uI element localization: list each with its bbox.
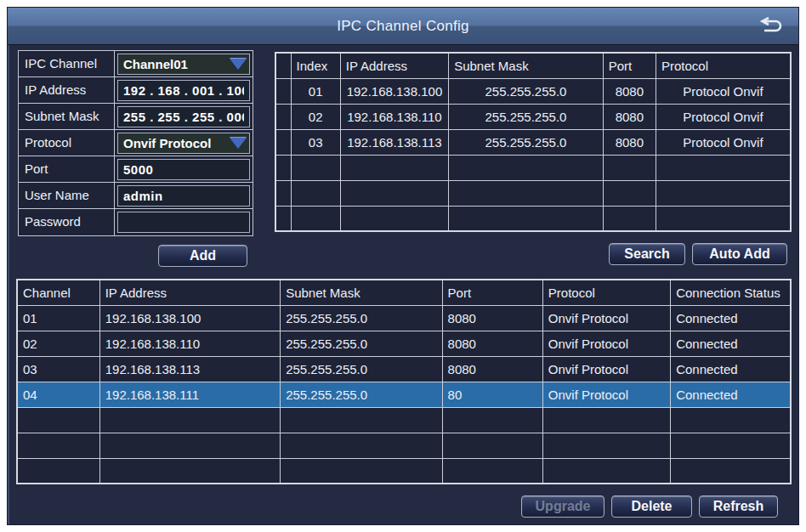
form-row-ip-address: IP Address bbox=[19, 77, 253, 104]
refresh-button[interactable]: Refresh bbox=[699, 495, 778, 518]
table-cell bbox=[99, 433, 280, 458]
table-cell: 192.168.138.100 bbox=[340, 78, 448, 104]
user-name-input[interactable] bbox=[117, 185, 250, 207]
subnet-mask-input[interactable] bbox=[117, 106, 250, 127]
add-channel-form: IPC Channel Channel01 IP Address Subnet … bbox=[18, 50, 253, 236]
column-header: Connection Status bbox=[671, 280, 791, 305]
chevron-down-icon bbox=[230, 138, 247, 149]
form-row-user-name: User Name bbox=[19, 183, 253, 209]
table-cell: Onvif Protocol bbox=[542, 356, 670, 382]
table-row[interactable]: 02192.168.138.110255.255.255.08080Protoc… bbox=[275, 104, 791, 129]
column-header: IP Address bbox=[340, 53, 448, 78]
table-cell bbox=[603, 206, 656, 231]
column-header: Protocol bbox=[656, 53, 791, 78]
add-button[interactable]: Add bbox=[158, 245, 247, 267]
table-row-empty[interactable] bbox=[275, 206, 791, 231]
table-cell: 192.168.138.113 bbox=[340, 129, 448, 155]
table-cell: 03 bbox=[291, 129, 340, 155]
table-cell: 192.168.138.113 bbox=[99, 356, 280, 382]
table-cell: Onvif Protocol bbox=[542, 331, 670, 356]
table-row-empty[interactable] bbox=[17, 458, 791, 484]
table-cell bbox=[340, 180, 448, 206]
table-cell bbox=[275, 104, 291, 129]
table-cell bbox=[449, 180, 604, 206]
table-row[interactable]: 03192.168.138.113255.255.255.08080Onvif … bbox=[17, 356, 791, 382]
table-cell: Connected bbox=[671, 382, 791, 407]
port-input[interactable] bbox=[117, 159, 250, 180]
column-header bbox=[275, 53, 291, 78]
table-cell bbox=[291, 180, 340, 206]
password-input[interactable] bbox=[117, 212, 250, 233]
table-cell bbox=[671, 458, 791, 484]
upgrade-button[interactable]: Upgrade bbox=[521, 495, 604, 518]
ip-address-input[interactable] bbox=[117, 80, 250, 101]
table-cell: 255.255.255.0 bbox=[281, 331, 442, 356]
table-cell bbox=[449, 155, 604, 180]
table-cell bbox=[603, 180, 656, 206]
table-cell bbox=[542, 433, 670, 458]
table-row[interactable]: 03192.168.138.113255.255.255.08080Protoc… bbox=[275, 129, 791, 155]
table-row[interactable]: 04192.168.138.111255.255.255.080Onvif Pr… bbox=[17, 382, 791, 407]
table-row-empty[interactable] bbox=[275, 180, 791, 206]
table-cell bbox=[275, 155, 291, 180]
table-row[interactable]: 01192.168.138.100255.255.255.08080Protoc… bbox=[275, 78, 791, 104]
ip-address-label: IP Address bbox=[19, 77, 115, 103]
table-row-empty[interactable] bbox=[275, 155, 791, 180]
table-cell: 255.255.255.0 bbox=[449, 104, 604, 129]
table-cell bbox=[340, 206, 448, 231]
protocol-label: Protocol bbox=[19, 130, 115, 156]
table-row[interactable]: 01192.168.138.100255.255.255.08080Onvif … bbox=[17, 305, 791, 331]
table-cell: 04 bbox=[17, 382, 99, 407]
column-header: Subnet Mask bbox=[281, 280, 442, 305]
delete-button[interactable]: Delete bbox=[611, 495, 692, 518]
port-label: Port bbox=[19, 156, 115, 182]
protocol-select[interactable]: Onvif Protocol bbox=[117, 133, 250, 154]
table-cell bbox=[99, 407, 280, 433]
table-cell: 03 bbox=[17, 356, 99, 382]
table-cell: Protocol Onvif bbox=[656, 104, 791, 129]
subnet-mask-label: Subnet Mask bbox=[19, 104, 115, 129]
table-cell: 255.255.255.0 bbox=[281, 382, 442, 407]
chevron-down-icon bbox=[230, 59, 247, 70]
back-button[interactable] bbox=[758, 16, 786, 37]
table-cell: 02 bbox=[291, 104, 340, 129]
table-cell bbox=[442, 433, 542, 458]
table-cell bbox=[340, 155, 448, 180]
table-cell bbox=[281, 433, 442, 458]
table-cell bbox=[281, 458, 442, 484]
table-cell bbox=[656, 180, 791, 206]
ipc-channel-value: Channel01 bbox=[123, 57, 188, 71]
table-cell bbox=[275, 180, 291, 206]
table-cell bbox=[275, 78, 291, 104]
form-row-password: Password bbox=[19, 209, 253, 235]
table-cell: Onvif Protocol bbox=[542, 382, 670, 407]
table-row-empty[interactable] bbox=[17, 433, 791, 458]
ipc-channel-select[interactable]: Channel01 bbox=[117, 54, 250, 75]
table-cell bbox=[656, 155, 791, 180]
channel-list-table: ChannelIP AddressSubnet MaskPortProtocol… bbox=[16, 279, 792, 484]
table-cell: 8080 bbox=[603, 129, 656, 155]
column-header: Subnet Mask bbox=[449, 53, 604, 78]
table-row-empty[interactable] bbox=[17, 407, 791, 433]
auto-add-button[interactable]: Auto Add bbox=[692, 243, 787, 265]
table-cell bbox=[291, 206, 340, 231]
search-button[interactable]: Search bbox=[609, 243, 685, 265]
password-label: Password bbox=[19, 209, 115, 235]
table-cell bbox=[449, 206, 604, 231]
table-cell: 8080 bbox=[442, 305, 542, 331]
table-cell: 01 bbox=[291, 78, 340, 104]
form-row-ipc-channel: IPC Channel Channel01 bbox=[19, 51, 253, 77]
table-cell: 192.168.138.100 bbox=[99, 305, 280, 331]
table-cell bbox=[542, 458, 670, 484]
form-row-subnet-mask: Subnet Mask bbox=[19, 104, 253, 130]
table-row[interactable]: 02192.168.138.110255.255.255.08080Onvif … bbox=[17, 331, 791, 356]
table-cell: Connected bbox=[671, 331, 791, 356]
column-header: Protocol bbox=[542, 280, 670, 305]
table-cell: 192.168.138.111 bbox=[99, 382, 280, 407]
table-cell: 255.255.255.0 bbox=[281, 356, 442, 382]
table-cell: 80 bbox=[442, 382, 542, 407]
table-cell bbox=[281, 407, 442, 433]
search-results-table: IndexIP AddressSubnet MaskPortProtocol 0… bbox=[275, 52, 792, 232]
table-cell bbox=[17, 433, 99, 458]
table-header-row: IndexIP AddressSubnet MaskPortProtocol bbox=[275, 53, 791, 78]
